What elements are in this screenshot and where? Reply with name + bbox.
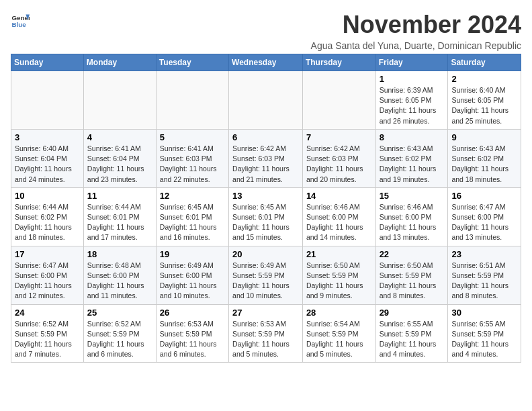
day-info: Sunrise: 6:44 AMSunset: 6:01 PMDaylight:… <box>87 202 152 243</box>
day-info: Sunrise: 6:42 AMSunset: 6:03 PMDaylight:… <box>232 144 299 185</box>
day-header: Monday <box>83 54 156 71</box>
day-number: 1 <box>380 74 445 84</box>
day-info: Sunrise: 6:42 AMSunset: 6:03 PMDaylight:… <box>306 144 372 185</box>
day-info: Sunrise: 6:49 AMSunset: 5:59 PMDaylight:… <box>232 261 299 302</box>
calendar-cell: 6Sunrise: 6:42 AMSunset: 6:03 PMDaylight… <box>229 129 303 187</box>
calendar-cell <box>302 71 375 130</box>
day-number: 4 <box>87 132 152 142</box>
header: General Blue November 2024 Agua Santa de… <box>11 11 521 51</box>
calendar-cell <box>83 71 156 130</box>
calendar-cell: 19Sunrise: 6:49 AMSunset: 6:00 PMDayligh… <box>156 246 228 304</box>
day-info: Sunrise: 6:43 AMSunset: 6:02 PMDaylight:… <box>451 144 517 185</box>
day-number: 30 <box>451 308 517 318</box>
calendar-week-row: 3Sunrise: 6:40 AMSunset: 6:04 PMDaylight… <box>11 129 521 187</box>
calendar-week-row: 17Sunrise: 6:47 AMSunset: 6:00 PMDayligh… <box>11 246 521 304</box>
day-info: Sunrise: 6:48 AMSunset: 6:00 PMDaylight:… <box>87 261 152 302</box>
day-info: Sunrise: 6:41 AMSunset: 6:04 PMDaylight:… <box>87 144 152 185</box>
logo-icon: General Blue <box>11 11 30 30</box>
calendar-cell: 2Sunrise: 6:40 AMSunset: 6:05 PMDaylight… <box>448 71 521 130</box>
day-info: Sunrise: 6:45 AMSunset: 6:01 PMDaylight:… <box>232 202 299 243</box>
calendar-cell: 5Sunrise: 6:41 AMSunset: 6:03 PMDaylight… <box>156 129 228 187</box>
day-number: 5 <box>160 132 225 142</box>
calendar-cell: 16Sunrise: 6:47 AMSunset: 6:00 PMDayligh… <box>448 187 521 246</box>
calendar-week-row: 1Sunrise: 6:39 AMSunset: 6:05 PMDaylight… <box>11 71 521 130</box>
day-header: Friday <box>375 54 448 71</box>
calendar-week-row: 10Sunrise: 6:44 AMSunset: 6:02 PMDayligh… <box>11 187 521 246</box>
calendar-cell: 30Sunrise: 6:55 AMSunset: 5:59 PMDayligh… <box>448 304 521 363</box>
day-number: 9 <box>451 132 517 142</box>
calendar-cell: 27Sunrise: 6:53 AMSunset: 5:59 PMDayligh… <box>229 304 303 363</box>
day-number: 3 <box>15 132 80 142</box>
calendar-cell: 8Sunrise: 6:43 AMSunset: 6:02 PMDaylight… <box>375 129 448 187</box>
calendar-cell: 3Sunrise: 6:40 AMSunset: 6:04 PMDaylight… <box>11 129 84 187</box>
day-info: Sunrise: 6:41 AMSunset: 6:03 PMDaylight:… <box>160 144 225 185</box>
day-info: Sunrise: 6:47 AMSunset: 6:00 PMDaylight:… <box>451 202 517 243</box>
day-info: Sunrise: 6:52 AMSunset: 5:59 PMDaylight:… <box>87 319 152 360</box>
day-number: 11 <box>87 191 152 201</box>
day-number: 24 <box>15 308 80 318</box>
calendar-cell: 20Sunrise: 6:49 AMSunset: 5:59 PMDayligh… <box>229 246 303 304</box>
calendar-cell <box>11 71 84 130</box>
calendar-cell: 13Sunrise: 6:45 AMSunset: 6:01 PMDayligh… <box>229 187 303 246</box>
calendar-cell: 23Sunrise: 6:51 AMSunset: 5:59 PMDayligh… <box>448 246 521 304</box>
day-info: Sunrise: 6:55 AMSunset: 5:59 PMDaylight:… <box>451 319 517 360</box>
calendar-cell: 18Sunrise: 6:48 AMSunset: 6:00 PMDayligh… <box>83 246 156 304</box>
day-info: Sunrise: 6:54 AMSunset: 5:59 PMDaylight:… <box>306 319 372 360</box>
day-info: Sunrise: 6:40 AMSunset: 6:04 PMDaylight:… <box>15 144 80 185</box>
calendar-cell: 24Sunrise: 6:52 AMSunset: 5:59 PMDayligh… <box>11 304 84 363</box>
calendar-cell: 7Sunrise: 6:42 AMSunset: 6:03 PMDaylight… <box>302 129 375 187</box>
title-area: November 2024 Agua Santa del Yuna, Duart… <box>311 11 521 51</box>
day-number: 16 <box>451 191 517 201</box>
calendar-cell: 28Sunrise: 6:54 AMSunset: 5:59 PMDayligh… <box>302 304 375 363</box>
calendar-cell <box>229 71 303 130</box>
day-number: 21 <box>306 249 372 259</box>
day-header: Tuesday <box>156 54 228 71</box>
day-info: Sunrise: 6:50 AMSunset: 5:59 PMDaylight:… <box>306 261 372 302</box>
logo: General Blue <box>11 11 30 30</box>
location-subtitle: Agua Santa del Yuna, Duarte, Dominican R… <box>311 40 521 51</box>
calendar-cell: 1Sunrise: 6:39 AMSunset: 6:05 PMDaylight… <box>375 71 448 130</box>
day-info: Sunrise: 6:46 AMSunset: 6:00 PMDaylight:… <box>380 202 445 243</box>
day-number: 13 <box>232 191 299 201</box>
calendar-cell: 10Sunrise: 6:44 AMSunset: 6:02 PMDayligh… <box>11 187 84 246</box>
day-info: Sunrise: 6:39 AMSunset: 6:05 PMDaylight:… <box>380 85 445 126</box>
day-number: 7 <box>306 132 372 142</box>
calendar-cell: 25Sunrise: 6:52 AMSunset: 5:59 PMDayligh… <box>83 304 156 363</box>
calendar-cell: 12Sunrise: 6:45 AMSunset: 6:01 PMDayligh… <box>156 187 228 246</box>
calendar-cell <box>156 71 228 130</box>
svg-text:Blue: Blue <box>11 21 26 28</box>
day-info: Sunrise: 6:47 AMSunset: 6:00 PMDaylight:… <box>15 261 80 302</box>
day-number: 17 <box>15 249 80 259</box>
day-info: Sunrise: 6:52 AMSunset: 5:59 PMDaylight:… <box>15 319 80 360</box>
day-header: Wednesday <box>229 54 303 71</box>
day-info: Sunrise: 6:55 AMSunset: 5:59 PMDaylight:… <box>380 319 445 360</box>
day-info: Sunrise: 6:43 AMSunset: 6:02 PMDaylight:… <box>380 144 445 185</box>
day-info: Sunrise: 6:49 AMSunset: 6:00 PMDaylight:… <box>160 261 225 302</box>
day-number: 25 <box>87 308 152 318</box>
day-number: 27 <box>232 308 299 318</box>
day-info: Sunrise: 6:46 AMSunset: 6:00 PMDaylight:… <box>306 202 372 243</box>
calendar-cell: 17Sunrise: 6:47 AMSunset: 6:00 PMDayligh… <box>11 246 84 304</box>
day-number: 29 <box>380 308 445 318</box>
calendar-table: SundayMondayTuesdayWednesdayThursdayFrid… <box>11 54 521 363</box>
day-header: Sunday <box>11 54 84 71</box>
calendar-cell: 26Sunrise: 6:53 AMSunset: 5:59 PMDayligh… <box>156 304 228 363</box>
calendar-header-row: SundayMondayTuesdayWednesdayThursdayFrid… <box>11 54 521 71</box>
calendar-body: 1Sunrise: 6:39 AMSunset: 6:05 PMDaylight… <box>11 71 521 363</box>
calendar-cell: 14Sunrise: 6:46 AMSunset: 6:00 PMDayligh… <box>302 187 375 246</box>
day-info: Sunrise: 6:40 AMSunset: 6:05 PMDaylight:… <box>451 85 517 126</box>
day-number: 19 <box>160 249 225 259</box>
day-number: 8 <box>380 132 445 142</box>
day-info: Sunrise: 6:45 AMSunset: 6:01 PMDaylight:… <box>160 202 225 243</box>
day-info: Sunrise: 6:53 AMSunset: 5:59 PMDaylight:… <box>232 319 299 360</box>
calendar-cell: 21Sunrise: 6:50 AMSunset: 5:59 PMDayligh… <box>302 246 375 304</box>
day-header: Thursday <box>302 54 375 71</box>
day-info: Sunrise: 6:53 AMSunset: 5:59 PMDaylight:… <box>160 319 225 360</box>
day-info: Sunrise: 6:44 AMSunset: 6:02 PMDaylight:… <box>15 202 80 243</box>
calendar-cell: 11Sunrise: 6:44 AMSunset: 6:01 PMDayligh… <box>83 187 156 246</box>
day-info: Sunrise: 6:50 AMSunset: 5:59 PMDaylight:… <box>380 261 445 302</box>
calendar-cell: 22Sunrise: 6:50 AMSunset: 5:59 PMDayligh… <box>375 246 448 304</box>
day-number: 28 <box>306 308 372 318</box>
calendar-cell: 15Sunrise: 6:46 AMSunset: 6:00 PMDayligh… <box>375 187 448 246</box>
day-number: 12 <box>160 191 225 201</box>
